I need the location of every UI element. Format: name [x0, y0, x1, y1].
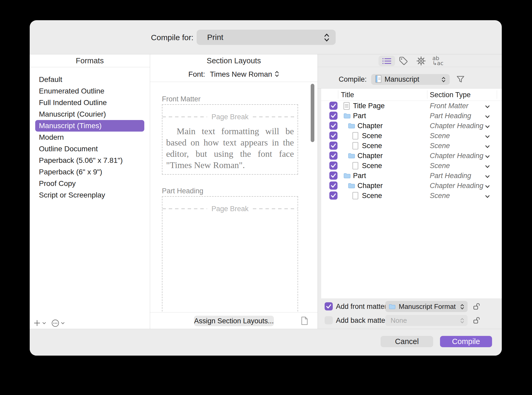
chevron-down-icon[interactable]: [485, 184, 490, 189]
row-section-type[interactable]: Scene: [430, 131, 450, 141]
back-matter-checkbox[interactable]: [325, 316, 333, 324]
row-section-type[interactable]: Chapter Heading: [430, 181, 483, 191]
row-checkbox[interactable]: [329, 162, 337, 170]
chevron-down-icon[interactable]: [485, 105, 490, 109]
row-checkbox[interactable]: [329, 181, 337, 190]
format-item[interactable]: Manuscript (Courier): [35, 108, 144, 120]
format-item[interactable]: Default: [35, 74, 144, 85]
replacements-icon[interactable]: ab↳ac: [430, 56, 446, 66]
compile-button[interactable]: Compile: [440, 336, 492, 347]
binder-row[interactable]: SceneScene: [321, 191, 502, 201]
row-checkbox[interactable]: [329, 122, 337, 130]
cancel-button[interactable]: Cancel: [381, 336, 433, 347]
font-select[interactable]: Times New Roman: [210, 70, 272, 79]
manuscript-draft-icon: [375, 75, 381, 84]
format-item[interactable]: Full Indented Outline: [35, 97, 144, 108]
vertical-scrollbar[interactable]: [311, 84, 314, 142]
chevron-down-icon[interactable]: [485, 194, 490, 199]
chevron-down-icon[interactable]: [485, 154, 490, 159]
front-matter-select[interactable]: Manuscript Format: [385, 301, 468, 312]
unlock-icon[interactable]: [473, 303, 480, 312]
format-item[interactable]: Proof Copy: [35, 178, 144, 189]
chevron-down-icon[interactable]: [485, 134, 490, 139]
row-section-type[interactable]: Scene: [430, 191, 450, 201]
add-format-button[interactable]: [33, 319, 46, 327]
compile-for-value: Print: [207, 33, 223, 42]
back-matter-value: None: [391, 316, 407, 325]
row-checkbox[interactable]: [329, 171, 337, 180]
row-section-type[interactable]: Chapter Heading: [430, 121, 483, 131]
binder-row[interactable]: ChapterChapter Heading: [321, 181, 502, 191]
row-title: Chapter: [357, 151, 383, 161]
row-title: Scene: [362, 141, 382, 151]
binder-row[interactable]: SceneScene: [321, 131, 502, 141]
binder-row[interactable]: ChapterChapter Heading: [321, 121, 502, 131]
assign-section-layouts-button[interactable]: Assign Section Layouts...: [194, 316, 274, 326]
layout-preview-front-matter[interactable]: Page Break Main text formatting will be …: [162, 104, 298, 175]
row-section-type[interactable]: Part Heading: [430, 111, 471, 121]
chevron-down-icon[interactable]: [485, 164, 490, 169]
row-checkbox[interactable]: [329, 132, 337, 140]
chevron-down-icon[interactable]: [485, 115, 490, 119]
row-title: Scene: [362, 131, 382, 141]
folder-icon: [344, 171, 351, 181]
binder-row[interactable]: SceneScene: [321, 161, 502, 171]
format-item[interactable]: Script or Screenplay: [35, 189, 144, 201]
gear-icon[interactable]: [415, 56, 427, 66]
compile-dialog: Compile for: Print Formats DefaultEnumer…: [30, 20, 502, 356]
row-checkbox[interactable]: [329, 152, 337, 160]
row-section-type[interactable]: Front Matter: [430, 101, 468, 111]
format-item[interactable]: Paperback (5.06" x 7.81"): [35, 155, 144, 166]
row-checkbox[interactable]: [329, 142, 337, 150]
row-checkbox[interactable]: [329, 102, 337, 110]
format-item[interactable]: Outline Document: [35, 143, 144, 155]
layout-preview-scrollview: Front Matter Page Break Main text format…: [150, 82, 318, 313]
format-item[interactable]: Enumerated Outline: [35, 85, 144, 97]
row-title: Scene: [362, 191, 382, 201]
chevron-up-down-icon: [442, 76, 446, 84]
row-checkbox[interactable]: [329, 112, 337, 120]
binder-row[interactable]: ChapterChapter Heading: [321, 151, 502, 161]
contents-table-rows: Title PageFront MatterPartPart HeadingCh…: [321, 101, 502, 201]
binder-row[interactable]: SceneScene: [321, 141, 502, 151]
front-matter-checkbox[interactable]: [325, 302, 333, 310]
column-title: Title: [341, 91, 354, 99]
text-document-icon: [344, 101, 350, 111]
new-layout-page-icon[interactable]: [301, 316, 308, 326]
row-section-type[interactable]: Scene: [430, 141, 450, 151]
format-item[interactable]: Manuscript (Times): [35, 120, 144, 132]
layout-name-part-heading: Part Heading: [162, 187, 203, 195]
column-section-type: Section Type: [430, 91, 471, 99]
sample-main-text: Main text formatting will be based on ho…: [166, 126, 294, 171]
compile-for-label: Compile for:: [128, 33, 193, 42]
compile-for-select[interactable]: Print: [197, 30, 336, 45]
format-options-button[interactable]: [51, 319, 65, 327]
chevron-down-icon[interactable]: [485, 144, 490, 149]
compile-label: Compile:: [328, 75, 367, 84]
layout-preview-part-heading[interactable]: Page Break: [162, 196, 298, 313]
filter-icon[interactable]: [456, 75, 465, 85]
folder-icon: [389, 304, 396, 309]
row-section-type[interactable]: Part Heading: [430, 171, 471, 181]
binder-row[interactable]: Title PageFront Matter: [321, 101, 502, 111]
layout-name-front-matter: Front Matter: [162, 95, 201, 103]
font-label: Font:: [188, 70, 205, 79]
binder-row[interactable]: PartPart Heading: [321, 171, 502, 181]
document-icon: [352, 191, 358, 201]
compile-group-select[interactable]: Manuscript: [371, 74, 450, 85]
chevron-down-icon[interactable]: [485, 174, 490, 179]
format-item[interactable]: Paperback (6" x 9"): [35, 166, 144, 178]
row-checkbox[interactable]: [329, 191, 337, 200]
unlock-icon[interactable]: [473, 316, 480, 326]
back-matter-row: Add back matter: None: [318, 315, 502, 326]
back-matter-select[interactable]: None: [385, 315, 468, 326]
page-break-separator: Page Break: [162, 112, 298, 121]
contents-list-tab[interactable]: [378, 56, 395, 66]
row-section-type[interactable]: Chapter Heading: [430, 151, 483, 161]
format-item[interactable]: Modern: [35, 132, 144, 143]
binder-row[interactable]: PartPart Heading: [321, 111, 502, 121]
compile-contents-panel: ab↳ac Compile: Manuscript: [318, 54, 502, 329]
chevron-down-icon[interactable]: [485, 124, 490, 129]
tag-icon[interactable]: [398, 56, 409, 66]
row-section-type[interactable]: Scene: [430, 161, 450, 171]
